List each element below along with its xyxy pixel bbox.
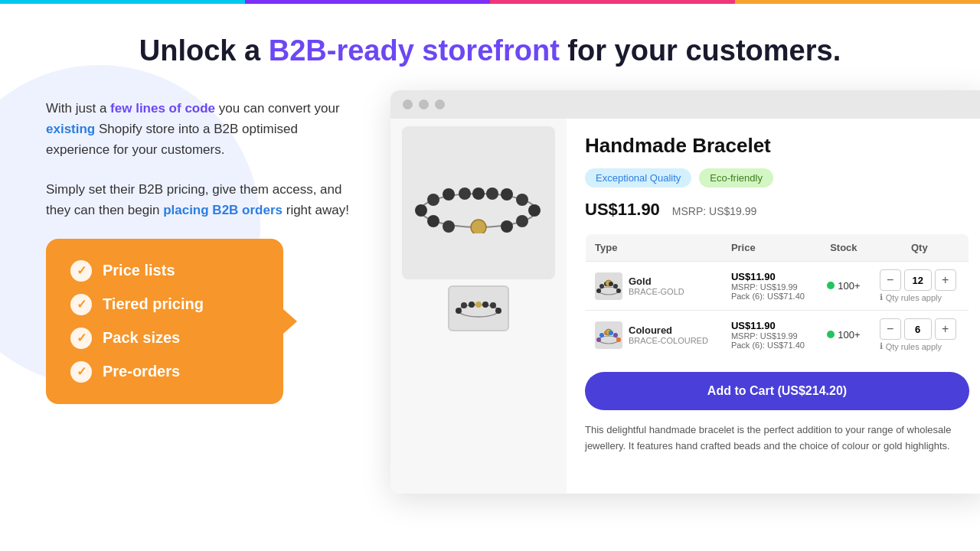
- variant-price-main-coloured: US$11.90: [731, 320, 808, 331]
- svg-point-9: [528, 204, 541, 217]
- svg-point-25: [599, 284, 604, 289]
- qty-rules-coloured: ℹQty rules apply: [880, 341, 959, 351]
- check-icon-3: ✓: [70, 328, 92, 349]
- product-price: US$11.90: [585, 200, 660, 220]
- stock-label-gold: 100+: [838, 280, 860, 292]
- svg-point-30: [616, 289, 621, 293]
- variant-price-msrp-coloured: MSRP: US$19.99: [731, 331, 808, 341]
- para2-suffix: right away!: [283, 203, 349, 217]
- feature-label-1: Price lists: [103, 262, 175, 279]
- variant-stock-gold: 100+: [817, 262, 871, 311]
- variant-type-gold: Gold BRACE-GOLD: [586, 262, 722, 311]
- svg-point-38: [616, 337, 621, 342]
- variant-sku-coloured: BRACE-COLOURED: [629, 336, 708, 345]
- svg-point-11: [501, 220, 513, 233]
- product-details-panel: Handmade Bracelet Exceptional Quality Ec…: [567, 119, 980, 494]
- svg-point-36: [609, 331, 613, 335]
- col-price: Price: [722, 234, 817, 262]
- product-images-panel: [390, 119, 567, 494]
- variant-price-gold: US$11.90 MSRP: US$19.99 Pack (6): US$71.…: [722, 262, 817, 311]
- svg-point-12: [471, 220, 486, 233]
- svg-point-2: [427, 194, 439, 206]
- feature-item-tiered: ✓ Tiered pricing: [70, 294, 259, 315]
- few-lines-link[interactable]: few lines of code: [110, 101, 215, 116]
- para1-mid: you can convert your: [215, 101, 340, 116]
- check-icon-2: ✓: [70, 294, 92, 315]
- intro-paragraph: With just a few lines of code you can co…: [46, 98, 352, 161]
- feature-label-2: Tiered pricing: [103, 295, 204, 313]
- variant-type-coloured: Coloured BRACE-COLOURED: [586, 311, 722, 360]
- qty-rules-label-gold: Qty rules apply: [886, 293, 942, 302]
- browser-mock: Handmade Bracelet Exceptional Quality Ec…: [390, 90, 980, 494]
- content-row: With just a few lines of code you can co…: [0, 90, 980, 494]
- product-thumbnail-1[interactable]: [448, 285, 509, 331]
- svg-point-4: [459, 187, 471, 200]
- qty-input-gold[interactable]: [904, 269, 932, 291]
- svg-point-32: [596, 337, 601, 342]
- qty-increase-gold[interactable]: +: [935, 269, 956, 291]
- svg-point-24: [596, 289, 601, 293]
- svg-point-13: [443, 220, 455, 233]
- table-row: Coloured BRACE-COLOURED US$11.90 MSRP: U…: [586, 311, 969, 360]
- variant-price-main-gold: US$11.90: [731, 271, 808, 282]
- qty-control-coloured: − +: [880, 318, 959, 340]
- svg-point-20: [482, 302, 488, 308]
- qty-rules-label-coloured: Qty rules apply: [886, 342, 942, 351]
- col-type: Type: [586, 234, 722, 262]
- col-qty: Qty: [871, 234, 969, 262]
- variant-qty-coloured: − + ℹQty rules apply: [871, 311, 969, 360]
- price-row: US$11.90 MSRP: US$19.99: [585, 200, 969, 220]
- variant-sku-gold: BRACE-GOLD: [629, 287, 684, 296]
- bracelet-main-svg: [413, 172, 544, 233]
- variant-name-gold: Gold: [629, 276, 684, 287]
- badges-row: Exceptional Quality Eco-friendly: [585, 168, 969, 187]
- hero-suffix: for your customers.: [560, 34, 841, 67]
- browser-dot-2: [419, 99, 429, 109]
- svg-point-6: [486, 187, 498, 200]
- qty-increase-coloured[interactable]: +: [935, 318, 956, 340]
- check-icon-4: ✓: [70, 361, 92, 383]
- feature-item-pack: ✓ Pack sizes: [70, 328, 259, 349]
- check-icon-1: ✓: [70, 260, 92, 282]
- product-description: This delightful handmade bracelet is the…: [585, 422, 969, 455]
- qty-control-gold: − +: [880, 269, 959, 291]
- right-column: Handmade Bracelet Exceptional Quality Ec…: [390, 90, 980, 494]
- existing-link[interactable]: existing: [46, 122, 95, 136]
- svg-point-33: [599, 333, 604, 337]
- stock-dot-coloured: [827, 331, 835, 338]
- para1-prefix: With just a: [46, 101, 110, 116]
- col-stock: Stock: [817, 234, 871, 262]
- table-header-row: Type Price Stock Qty: [586, 234, 969, 262]
- svg-point-16: [456, 308, 462, 314]
- variant-img-coloured: [595, 321, 622, 349]
- svg-point-14: [427, 215, 439, 227]
- variant-price-pack-gold: Pack (6): US$71.40: [731, 292, 808, 301]
- svg-point-29: [613, 284, 618, 289]
- svg-point-3: [443, 188, 455, 201]
- variant-qty-gold: − + ℹQty rules apply: [871, 262, 969, 311]
- svg-point-19: [475, 302, 482, 308]
- feature-label-4: Pre-orders: [103, 363, 180, 380]
- qty-input-coloured[interactable]: [904, 318, 932, 340]
- feature-label-3: Pack sizes: [103, 329, 180, 347]
- svg-point-5: [472, 187, 485, 200]
- svg-point-17: [461, 302, 467, 308]
- stock-label-coloured: 100+: [838, 329, 860, 341]
- hero-prefix: Unlock a: [139, 34, 269, 67]
- svg-point-1: [415, 204, 427, 217]
- browser-chrome: [390, 90, 980, 119]
- qty-rules-gold: ℹQty rules apply: [880, 292, 959, 302]
- svg-point-18: [469, 302, 475, 308]
- variant-price-msrp-gold: MSRP: US$19.99: [731, 282, 808, 292]
- placing-b2b-link[interactable]: placing B2B orders: [163, 203, 283, 217]
- left-column: With just a few lines of code you can co…: [46, 90, 352, 404]
- add-to-cart-button[interactable]: Add to Cart (US$214.20): [585, 372, 969, 410]
- thumb-bracelet-svg: [456, 297, 501, 320]
- qty-decrease-coloured[interactable]: −: [880, 318, 901, 340]
- qty-decrease-gold[interactable]: −: [880, 269, 901, 291]
- svg-point-7: [501, 188, 513, 201]
- badge-exceptional-quality: Exceptional Quality: [585, 168, 691, 187]
- variant-stock-coloured: 100+: [817, 311, 871, 360]
- product-main-image: [402, 126, 555, 279]
- cta-paragraph: Simply set their B2B pricing, give them …: [46, 179, 352, 220]
